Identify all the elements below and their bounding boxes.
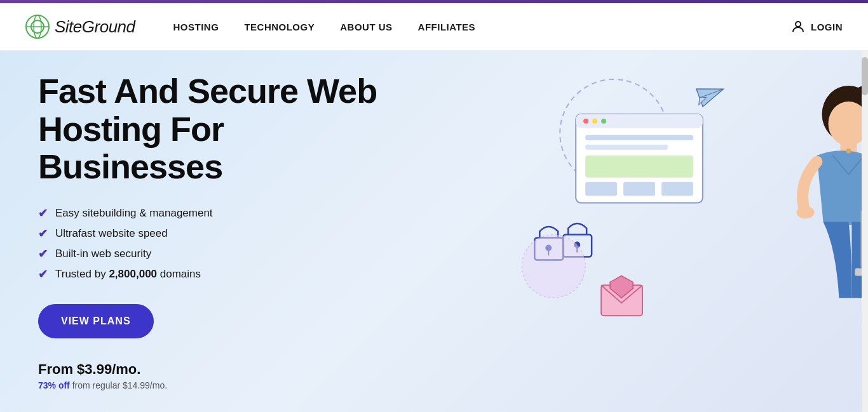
site-header: SiteGround HOSTING TECHNOLOGY ABOUT US A…: [0, 3, 868, 51]
feature-text-4: Trusted by 2,800,000 domains: [55, 268, 201, 281]
logo-text: SiteGround: [55, 17, 135, 37]
user-icon: [790, 19, 806, 34]
checkmark-icon-4: ✔: [38, 267, 48, 281]
pricing-sub-text: 73% off from regular $14.99/mo.: [38, 380, 407, 390]
svg-rect-15: [585, 145, 668, 150]
feature-item-2: ✔ Ultrafast website speed: [38, 227, 407, 241]
regular-price-text: from regular $14.99/mo.: [72, 380, 167, 390]
logo-link[interactable]: SiteGround: [25, 15, 135, 39]
svg-rect-16: [585, 156, 693, 178]
login-label: LOGIN: [811, 22, 843, 32]
svg-point-4: [796, 22, 801, 27]
checkmark-icon-2: ✔: [38, 227, 48, 241]
nav-affiliates[interactable]: AFFILIATES: [418, 22, 476, 32]
illustration-svg: [410, 51, 868, 412]
checkmark-icon-3: ✔: [38, 247, 48, 261]
domain-count: 2,800,000: [109, 268, 157, 280]
hero-features-list: ✔ Easy sitebuilding & management ✔ Ultra…: [38, 206, 407, 281]
svg-rect-17: [585, 182, 617, 196]
nav-technology[interactable]: TECHNOLOGY: [244, 22, 315, 32]
scrollbar[interactable]: [862, 51, 868, 412]
nav-hosting[interactable]: HOSTING: [173, 22, 219, 32]
hero-illustration: [410, 51, 868, 412]
feature-text-1: Easy sitebuilding & management: [55, 207, 213, 220]
discount-text: 73% off: [38, 380, 70, 390]
feature-item-3: ✔ Built-in web security: [38, 247, 407, 261]
checkmark-icon-1: ✔: [38, 206, 48, 220]
hero-content: Fast And Secure Web Hosting For Business…: [38, 72, 407, 390]
main-nav: HOSTING TECHNOLOGY ABOUT US AFFILIATES: [173, 22, 790, 32]
hero-title: Fast And Secure Web Hosting For Business…: [38, 72, 407, 185]
pricing-block: From $3.99/mo. 73% off from regular $14.…: [38, 361, 407, 390]
feature-item-4: ✔ Trusted by 2,800,000 domains: [38, 267, 407, 281]
svg-rect-18: [623, 182, 655, 196]
login-button[interactable]: LOGIN: [790, 19, 843, 34]
feature-item-1: ✔ Easy sitebuilding & management: [38, 206, 407, 220]
logo-icon: [25, 15, 50, 39]
svg-rect-14: [585, 135, 693, 140]
pricing-main-text: From $3.99/mo.: [38, 361, 407, 378]
svg-point-36: [846, 149, 851, 154]
svg-point-13: [601, 119, 606, 124]
view-plans-button[interactable]: VIEW PLANS: [38, 304, 154, 338]
hero-section: Fast And Secure Web Hosting For Business…: [0, 51, 868, 412]
svg-point-12: [592, 119, 597, 124]
svg-point-26: [522, 234, 585, 298]
svg-point-11: [583, 119, 588, 124]
svg-point-37: [797, 206, 815, 219]
feature-text-2: Ultrafast website speed: [55, 227, 168, 240]
scrollbar-thumb[interactable]: [862, 57, 868, 95]
nav-about-us[interactable]: ABOUT US: [340, 22, 392, 32]
svg-rect-19: [661, 182, 693, 196]
feature-text-3: Built-in web security: [55, 248, 151, 260]
